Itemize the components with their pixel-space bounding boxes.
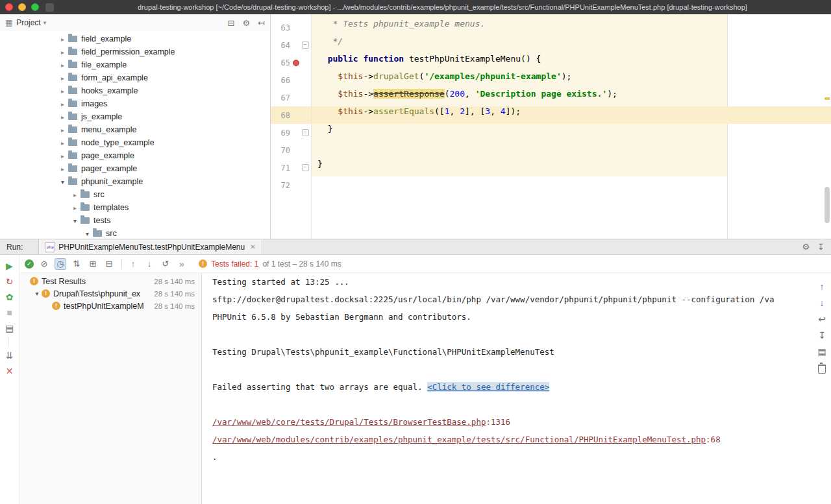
project-tree-item[interactable]: ▸templates bbox=[0, 201, 270, 214]
chevron-right-icon[interactable]: ▸ bbox=[58, 36, 67, 43]
project-tree-item[interactable]: ▸field_example bbox=[0, 32, 270, 45]
settings-gear-icon[interactable]: ⚙ bbox=[242, 18, 250, 28]
chevron-down-icon[interactable]: ▾ bbox=[58, 178, 67, 186]
editor-scrollbar[interactable] bbox=[825, 187, 830, 223]
code-line[interactable]: */ bbox=[317, 36, 831, 54]
chevron-down-icon[interactable]: ▾ bbox=[32, 290, 42, 297]
project-tree-item[interactable]: ▸file_example bbox=[0, 58, 270, 71]
previous-failed-test-icon[interactable]: ↑ bbox=[127, 258, 139, 270]
chevron-right-icon[interactable]: ▸ bbox=[58, 126, 67, 134]
project-tree-item[interactable]: ▸hooks_example bbox=[0, 84, 270, 97]
up-the-stacktrace-icon[interactable]: ↑ bbox=[820, 280, 825, 294]
code-line[interactable] bbox=[317, 176, 831, 194]
down-the-stacktrace-icon[interactable]: ↓ bbox=[820, 296, 825, 310]
toggle-auto-test-icon[interactable]: ✿ bbox=[6, 290, 14, 304]
chevron-down-icon[interactable]: ▾ bbox=[83, 230, 92, 237]
clear-all-icon[interactable] bbox=[818, 361, 826, 375]
sort-alphabetically-icon[interactable]: ⇅ bbox=[71, 258, 82, 270]
project-tree-item[interactable]: ▾tests bbox=[0, 214, 270, 227]
stop-icon[interactable]: ■ bbox=[6, 306, 12, 320]
test-duration: 28 s 140 ms bbox=[154, 302, 201, 310]
rerun-icon[interactable]: ▶ bbox=[6, 259, 13, 273]
project-tree-item[interactable]: ▾phpunit_example bbox=[0, 175, 270, 188]
line-number: 69 bbox=[271, 128, 290, 138]
chevron-right-icon[interactable]: ▸ bbox=[58, 101, 67, 108]
project-tree-item[interactable]: ▸pager_example bbox=[0, 162, 270, 175]
test-failed-icon: ! bbox=[30, 277, 38, 285]
chevron-right-icon[interactable]: ▸ bbox=[58, 88, 67, 95]
chevron-right-icon[interactable]: ▸ bbox=[71, 191, 79, 198]
fold-marker-icon[interactable]: − bbox=[302, 42, 309, 49]
settings-gear-icon[interactable]: ⚙ bbox=[802, 242, 810, 252]
gutter-row: 65 bbox=[271, 54, 311, 71]
use-soft-wraps-icon[interactable]: ↩ bbox=[818, 312, 826, 326]
editor-gutter: 6364−6566676869−7071−72 bbox=[271, 14, 312, 239]
chevron-right-icon[interactable]: ▸ bbox=[71, 204, 79, 211]
close-tab-icon[interactable]: ✕ bbox=[250, 243, 255, 250]
chevron-right-icon[interactable]: ▸ bbox=[58, 62, 67, 69]
test-tree-item[interactable]: ▾!Drupal\Tests\phpunit_ex28 s 140 ms bbox=[19, 287, 201, 300]
code-line[interactable]: $this->assertEquals([1, 2], [3, 4]); bbox=[317, 106, 831, 124]
project-panel-title[interactable]: Project bbox=[16, 18, 40, 27]
rerun-failed-tests-icon[interactable]: ↻ bbox=[6, 274, 14, 289]
close-button[interactable] bbox=[5, 3, 13, 11]
chevron-right-icon[interactable]: ▸ bbox=[58, 114, 67, 121]
scroll-to-end-icon[interactable]: ↧ bbox=[818, 328, 826, 342]
import-test-results-icon[interactable]: ↺ bbox=[160, 258, 171, 270]
project-tree-item[interactable]: ▸page_example bbox=[0, 149, 270, 162]
project-tree-item[interactable]: ▸js_example bbox=[0, 110, 270, 123]
folder-icon bbox=[68, 165, 77, 172]
project-tree-item[interactable]: ▸images bbox=[0, 97, 270, 110]
show-passed-icon[interactable]: ✓ bbox=[25, 259, 34, 269]
test-tree-item[interactable]: !Test Results28 s 140 ms bbox=[19, 275, 201, 287]
chevron-down-icon[interactable]: ▾ bbox=[43, 19, 47, 26]
line-number: 68 bbox=[271, 111, 290, 120]
test-failed-gutter-icon[interactable] bbox=[293, 60, 299, 66]
code-line[interactable]: } bbox=[317, 159, 831, 176]
code-line[interactable]: $this->drupalGet('/examples/phpunit-exam… bbox=[317, 71, 831, 89]
show-ignored-icon[interactable]: ⊘ bbox=[38, 258, 50, 270]
chevron-right-icon[interactable]: ▸ bbox=[58, 75, 67, 82]
code-line[interactable]: public function testPhpUnitExampleMenu()… bbox=[317, 54, 831, 71]
project-tree-item[interactable]: ▸node_type_example bbox=[0, 136, 270, 149]
hide-panel-icon[interactable]: ↧ bbox=[817, 242, 825, 252]
editor[interactable]: 6364−6566676869−7071−72 * Tests phpunit_… bbox=[271, 14, 831, 239]
expand-all-icon[interactable]: ⊞ bbox=[87, 258, 99, 270]
sort-by-duration-icon[interactable]: ◷ bbox=[55, 258, 66, 270]
run-tab[interactable]: php PHPUnitExampleMenuTest.testPhpUnitEx… bbox=[38, 239, 262, 254]
warning-stripe-mark[interactable] bbox=[825, 97, 830, 100]
chevron-right-icon[interactable]: ▸ bbox=[58, 139, 67, 147]
chevron-right-icon[interactable]: ▸ bbox=[58, 152, 67, 160]
see-difference-link[interactable]: <Click to see difference> bbox=[427, 382, 549, 392]
file-link[interactable]: /var/www/web/core/tests/Drupal/Tests/Bro… bbox=[212, 417, 486, 427]
code-pane[interactable]: * Tests phpunit_example menus. */ public… bbox=[312, 14, 831, 239]
project-tree-item[interactable]: ▸field_permission_example bbox=[0, 45, 270, 58]
chevron-right-icon[interactable]: ▸ bbox=[58, 49, 67, 56]
test-tree-item[interactable]: !testPhpUnitExampleM28 s 140 ms bbox=[19, 300, 201, 312]
collapse-all-icon[interactable]: ⊟ bbox=[103, 258, 115, 270]
chevron-right-icon[interactable]: ▸ bbox=[58, 165, 67, 173]
console-output[interactable]: Testing started at 13:25 ...sftp://docke… bbox=[203, 273, 813, 504]
hide-panel-icon[interactable]: ↤ bbox=[258, 18, 265, 28]
print-console-icon[interactable]: ▤ bbox=[817, 344, 826, 359]
file-link[interactable]: /var/www/web/modules/contrib/examples/ph… bbox=[212, 435, 706, 444]
project-tree-item[interactable]: ▸form_api_example bbox=[0, 71, 270, 84]
code-line[interactable]: } bbox=[317, 124, 831, 141]
fold-marker-icon[interactable]: − bbox=[302, 129, 309, 136]
close-icon[interactable]: ✕ bbox=[6, 364, 14, 378]
project-tree-item[interactable]: ▾src bbox=[0, 227, 270, 239]
code-line[interactable] bbox=[317, 141, 831, 159]
next-failed-test-icon[interactable]: ↓ bbox=[143, 258, 155, 270]
project-tree-item[interactable]: ▸src bbox=[0, 188, 270, 201]
chevron-down-icon[interactable]: ▾ bbox=[71, 217, 79, 224]
code-line[interactable]: * Tests phpunit_example menus. bbox=[317, 19, 831, 36]
scroll-to-stacktrace-icon[interactable]: ⇊ bbox=[6, 348, 14, 363]
fold-marker-icon[interactable]: − bbox=[302, 164, 309, 171]
code-line[interactable]: $this->assertResponse(200, 'Description … bbox=[317, 89, 831, 106]
minimize-button[interactable] bbox=[18, 3, 26, 11]
project-tree-item[interactable]: ▸menu_example bbox=[0, 123, 270, 136]
open-console-icon[interactable]: ▤ bbox=[5, 321, 14, 335]
toolbar-overflow-icon[interactable]: » bbox=[176, 258, 188, 270]
zoom-button[interactable] bbox=[31, 3, 39, 11]
collapse-all-icon[interactable]: ⊟ bbox=[228, 18, 235, 28]
